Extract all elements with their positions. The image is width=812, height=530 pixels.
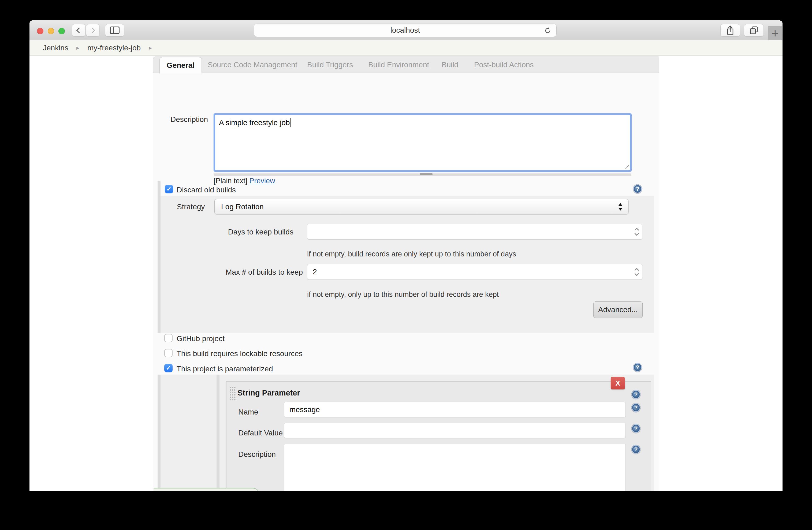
discard-old-builds-checkbox[interactable]: ✓: [165, 185, 173, 193]
lockable-resources-checkbox[interactable]: [164, 349, 173, 357]
chevron-left-icon: [76, 27, 82, 33]
tab-general[interactable]: General: [159, 57, 202, 73]
url-text: localhost: [390, 26, 420, 34]
nesting-rail: [158, 181, 161, 196]
jenkins-config-page: General Source Code Management Build Tri…: [29, 56, 783, 491]
help-icon[interactable]: ?: [632, 445, 640, 454]
delete-parameter-button[interactable]: X: [611, 377, 625, 389]
check-icon: ✓: [166, 186, 171, 193]
tab-build-environment[interactable]: Build Environment: [368, 61, 429, 69]
string-parameter-title: String Parameter: [237, 388, 300, 397]
check-icon: ✓: [166, 365, 171, 372]
preview-link[interactable]: Preview: [249, 177, 275, 185]
parameterized-checkbox[interactable]: ✓: [164, 364, 173, 372]
minimize-window-button[interactable]: [48, 28, 54, 34]
zoom-window-button[interactable]: [58, 28, 65, 34]
share-button[interactable]: [720, 24, 740, 36]
max-builds-input[interactable]: 2: [307, 264, 642, 280]
help-icon[interactable]: ?: [633, 363, 642, 372]
description-text: A simple freestyle job: [219, 118, 290, 127]
param-name-input[interactable]: message: [284, 402, 626, 417]
breadcrumb-job[interactable]: my-freestyle-job: [87, 44, 141, 52]
breadcrumb-separator-icon: ▸: [76, 44, 79, 51]
days-to-keep-help: if not empty, build records are only kep…: [307, 250, 516, 258]
help-icon[interactable]: ?: [633, 185, 642, 193]
description-label: Description: [153, 115, 208, 124]
plain-text-preview-line: [Plain text] Preview: [214, 177, 275, 185]
days-to-keep-input[interactable]: [307, 224, 642, 239]
plus-icon: +: [771, 26, 779, 41]
bottom-action-bar: Save Apply: [154, 488, 259, 491]
number-stepper-icon[interactable]: [635, 268, 638, 275]
new-tab-button[interactable]: +: [768, 26, 782, 40]
strategy-select[interactable]: Log Rotation: [214, 199, 629, 215]
drag-handle-icon[interactable]: [229, 386, 236, 401]
screen: localhost: [0, 0, 812, 530]
back-button[interactable]: [72, 24, 86, 36]
address-bar[interactable]: localhost: [254, 24, 556, 37]
breadcrumb-jenkins[interactable]: Jenkins: [43, 44, 68, 52]
resize-handle[interactable]: [420, 173, 433, 175]
tab-source-code-management[interactable]: Source Code Management: [208, 61, 298, 69]
nesting-rail: [217, 374, 219, 491]
lockable-resources-label: This build requires lockable resources: [177, 349, 303, 358]
breadcrumb-separator-icon: ▸: [149, 44, 152, 51]
select-arrows-icon: [618, 203, 623, 211]
sidebar-icon: [110, 27, 119, 34]
help-icon[interactable]: ?: [632, 403, 640, 412]
textarea-resize-bar[interactable]: [214, 173, 631, 176]
days-to-keep-label: Days to keep builds: [153, 228, 293, 236]
tab-post-build-actions[interactable]: Post-build Actions: [474, 61, 534, 69]
text-caret: [290, 118, 291, 127]
reload-icon: [543, 26, 552, 35]
param-name-label: Name: [238, 408, 258, 416]
parameterized-label: This project is parameterized: [177, 365, 273, 373]
param-description-label: Description: [238, 450, 276, 459]
description-textarea[interactable]: A simple freestyle job: [214, 113, 632, 172]
close-window-button[interactable]: [37, 28, 43, 34]
strategy-label: Strategy: [177, 203, 205, 211]
tab-build[interactable]: Build: [441, 61, 458, 69]
help-icon[interactable]: ?: [632, 424, 640, 433]
max-builds-value: 2: [313, 268, 317, 276]
plain-text-label: [Plain text]: [214, 177, 247, 185]
strategy-value: Log Rotation: [221, 203, 264, 211]
resize-grip-icon[interactable]: [624, 164, 629, 169]
breadcrumb: Jenkins ▸ my-freestyle-job ▸: [29, 40, 783, 56]
advanced-button[interactable]: Advanced...: [593, 301, 643, 318]
browser-titlebar: localhost: [29, 20, 783, 40]
max-builds-help: if not empty, only up to this number of …: [307, 291, 499, 299]
param-description-textarea[interactable]: [284, 444, 626, 491]
chevron-right-icon: [89, 27, 95, 33]
sidebar-toggle-button[interactable]: [105, 24, 124, 36]
discard-old-builds-label: Discard old builds: [177, 186, 236, 194]
number-stepper-icon[interactable]: [635, 228, 638, 235]
tabs-icon: [749, 26, 759, 35]
tab-overview-button[interactable]: [744, 24, 764, 36]
github-project-label: GitHub project: [177, 334, 224, 343]
param-default-input[interactable]: [284, 423, 626, 438]
max-builds-label: Max # of builds to keep: [153, 268, 303, 277]
forward-button[interactable]: [86, 24, 100, 36]
tab-build-triggers[interactable]: Build Triggers: [307, 61, 353, 69]
github-project-checkbox[interactable]: [164, 334, 173, 342]
help-icon[interactable]: ?: [632, 390, 640, 399]
param-name-value: message: [289, 406, 320, 414]
share-icon: [726, 25, 735, 35]
param-default-label: Default Value: [238, 429, 283, 437]
safari-window: localhost: [29, 20, 783, 491]
reload-button[interactable]: [543, 26, 552, 35]
